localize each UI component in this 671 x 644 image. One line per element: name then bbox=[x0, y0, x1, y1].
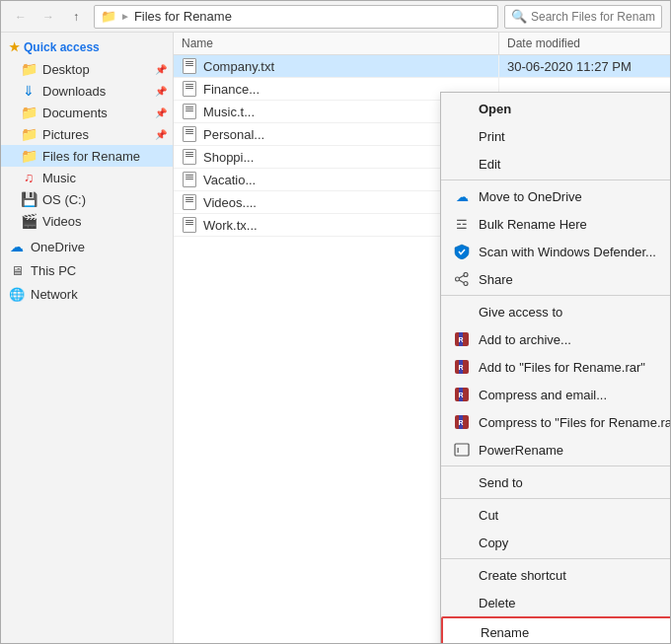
svg-point-0 bbox=[464, 273, 468, 277]
cm-separator bbox=[441, 558, 670, 559]
cm-label: Copy bbox=[479, 536, 508, 550]
sidebar-item-label: Videos bbox=[42, 214, 82, 229]
file-name: Company.txt bbox=[203, 59, 274, 74]
files-for-rename-icon: 📁 bbox=[21, 148, 37, 164]
cm-item-power-rename[interactable]: I PowerRename bbox=[441, 436, 670, 464]
sidebar-quick-access[interactable]: ★ Quick access bbox=[1, 36, 173, 58]
sidebar-item-network[interactable]: 🌐 Network bbox=[1, 283, 173, 305]
main-area: ★ Quick access 📁 Desktop 📌 ⇓ Downloads 📌… bbox=[1, 33, 670, 643]
cm-item-rename[interactable]: Rename bbox=[441, 616, 670, 643]
send-to-icon bbox=[453, 473, 471, 491]
svg-text:R: R bbox=[458, 364, 463, 371]
txt-file-icon bbox=[182, 58, 197, 74]
address-bar[interactable]: 📁 ► Files for Rename bbox=[94, 5, 498, 29]
cm-item-create-shortcut[interactable]: Create shortcut bbox=[441, 561, 670, 589]
txt-file-icon bbox=[182, 194, 197, 210]
explorer-window: ← → ↑ 📁 ► Files for Rename 🔍 ★ Quick acc… bbox=[0, 0, 671, 644]
sidebar-item-videos[interactable]: 🎬 Videos bbox=[1, 210, 173, 232]
breadcrumb-chevron: ► bbox=[120, 11, 130, 22]
cm-item-edit[interactable]: Edit bbox=[441, 150, 670, 178]
drive-icon: 💾 bbox=[21, 191, 37, 207]
winrar-icon: R bbox=[453, 413, 471, 431]
power-rename-icon: I bbox=[453, 441, 471, 459]
cm-item-bulk-rename[interactable]: ☲ Bulk Rename Here bbox=[441, 210, 670, 238]
txt-file-icon bbox=[182, 217, 197, 233]
cm-item-add-rar[interactable]: R Add to "Files for Rename.rar" bbox=[441, 353, 670, 381]
svg-line-4 bbox=[459, 280, 464, 283]
give-access-icon bbox=[453, 303, 471, 321]
sidebar-item-files-for-rename[interactable]: 📁 Files for Rename bbox=[1, 145, 173, 167]
svg-point-1 bbox=[464, 282, 468, 286]
cm-separator bbox=[441, 465, 670, 466]
cm-label: Print bbox=[479, 129, 505, 144]
onedrive-cm-icon: ☁ bbox=[453, 187, 471, 205]
cm-item-share[interactable]: Share bbox=[441, 265, 670, 293]
onedrive-icon: ☁ bbox=[9, 239, 25, 254]
file-date-cell: 30-06-2020 11:27 PM bbox=[499, 56, 670, 77]
cm-item-open[interactable]: Open bbox=[441, 95, 670, 122]
sidebar-item-label: Music bbox=[42, 171, 76, 185]
txt-file-icon bbox=[182, 126, 197, 142]
cm-label: Edit bbox=[479, 157, 500, 172]
cm-item-print[interactable]: Print bbox=[441, 122, 670, 150]
folder-icon: 📁 bbox=[101, 9, 116, 24]
cm-item-onedrive[interactable]: ☁ Move to OneDrive bbox=[441, 182, 670, 210]
txt-file-icon bbox=[182, 172, 197, 187]
address-text: Files for Rename bbox=[134, 9, 232, 24]
sidebar-item-os-c[interactable]: 💾 OS (C:) bbox=[1, 188, 173, 210]
sidebar-item-onedrive[interactable]: ☁ OneDrive bbox=[1, 236, 173, 257]
sidebar-item-label: OneDrive bbox=[31, 240, 85, 254]
winrar-icon: R bbox=[453, 358, 471, 376]
sidebar-item-downloads[interactable]: ⇓ Downloads 📌 bbox=[1, 80, 173, 102]
cm-label: Give access to bbox=[479, 305, 562, 320]
col-name-header[interactable]: Name bbox=[174, 33, 499, 54]
sidebar: ★ Quick access 📁 Desktop 📌 ⇓ Downloads 📌… bbox=[1, 33, 174, 643]
print-icon bbox=[453, 127, 471, 145]
bulk-rename-icon: ☲ bbox=[453, 215, 471, 233]
search-bar[interactable]: 🔍 bbox=[504, 5, 662, 29]
sidebar-item-label: Downloads bbox=[42, 84, 106, 99]
cm-label: PowerRename bbox=[479, 443, 563, 458]
share-icon bbox=[453, 270, 471, 288]
pin-icon: 📌 bbox=[155, 64, 167, 75]
col-date-header[interactable]: Date modified bbox=[499, 33, 670, 54]
up-button[interactable]: ↑ bbox=[64, 5, 88, 29]
sidebar-item-label: Network bbox=[31, 287, 78, 302]
cm-label: Create shortcut bbox=[479, 568, 566, 583]
title-bar: ← → ↑ 📁 ► Files for Rename 🔍 bbox=[1, 1, 670, 33]
file-name: Work.tx... bbox=[203, 218, 258, 233]
cm-label: Compress and email... bbox=[479, 388, 607, 402]
cm-label: Add to "Files for Rename.rar" bbox=[479, 360, 645, 375]
cm-item-copy[interactable]: Copy bbox=[441, 529, 670, 556]
svg-point-2 bbox=[456, 277, 460, 281]
sidebar-item-music[interactable]: ♫ Music bbox=[1, 167, 173, 188]
cm-item-compress-email[interactable]: R Compress and email... bbox=[441, 381, 670, 408]
cm-item-send-to[interactable]: Send to ► bbox=[441, 468, 670, 496]
cm-label: Share bbox=[479, 272, 513, 287]
cm-item-compress-rar-email[interactable]: R Compress to "Files for Rename.rar" and… bbox=[441, 408, 670, 436]
cm-item-add-archive[interactable]: R Add to archive... bbox=[441, 325, 670, 353]
sidebar-item-thispc[interactable]: 🖥 This PC bbox=[1, 259, 173, 281]
shortcut-icon bbox=[453, 566, 471, 584]
back-button[interactable]: ← bbox=[9, 5, 33, 29]
svg-line-3 bbox=[459, 275, 464, 278]
copy-icon bbox=[453, 534, 471, 551]
sidebar-item-label: This PC bbox=[31, 263, 76, 278]
cm-item-scan-defender[interactable]: Scan with Windows Defender... bbox=[441, 238, 670, 265]
sidebar-item-documents[interactable]: 📁 Documents 📌 bbox=[1, 102, 173, 123]
forward-button[interactable]: → bbox=[37, 5, 60, 29]
search-input[interactable] bbox=[531, 10, 655, 24]
cm-item-cut[interactable]: Cut bbox=[441, 501, 670, 529]
table-row[interactable]: Company.txt 30-06-2020 11:27 PM bbox=[174, 55, 670, 78]
cm-label: Compress to "Files for Rename.rar" and e… bbox=[479, 415, 670, 430]
file-name: Music.t... bbox=[203, 105, 255, 119]
txt-file-icon bbox=[182, 104, 197, 119]
cm-item-give-access[interactable]: Give access to ► bbox=[441, 298, 670, 325]
sidebar-item-desktop[interactable]: 📁 Desktop 📌 bbox=[1, 58, 173, 80]
column-header: Name Date modified bbox=[174, 33, 670, 55]
delete-icon bbox=[453, 594, 471, 611]
sidebar-item-pictures[interactable]: 📁 Pictures 📌 bbox=[1, 123, 173, 145]
file-list-area: Name Date modified Company.txt 30-06-202… bbox=[174, 33, 670, 643]
cm-label: Send to bbox=[479, 475, 523, 490]
cm-item-delete[interactable]: Delete bbox=[441, 589, 670, 616]
